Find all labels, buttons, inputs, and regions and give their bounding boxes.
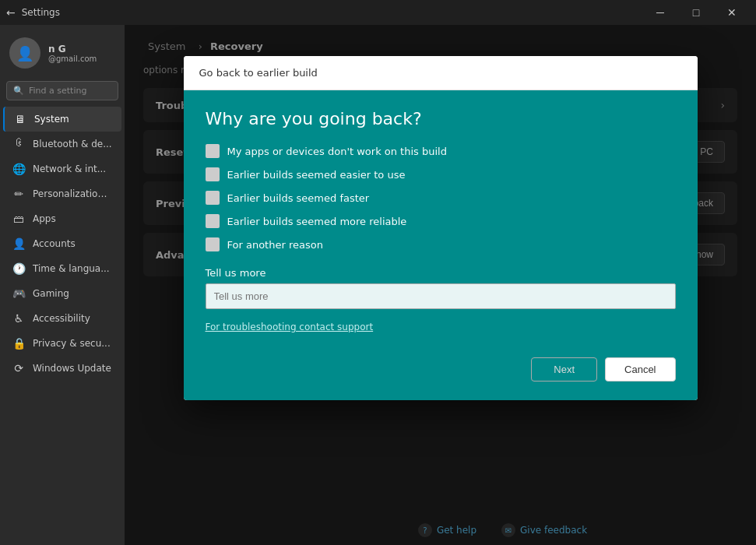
user-name: n G <box>48 44 97 54</box>
main-content: System › Recovery options might Troubles… <box>125 25 756 545</box>
sidebar-item-network[interactable]: 🌐Network & int... <box>3 156 121 181</box>
dialog-overlay: Go back to earlier build Why are you goi… <box>125 25 756 545</box>
checkbox-cb2[interactable] <box>206 167 220 181</box>
checkbox-cb3[interactable] <box>206 191 220 205</box>
apps-icon: 🗃 <box>12 213 25 225</box>
sidebar-label-windowsupdate: Windows Update <box>33 363 111 374</box>
time-icon: 🕐 <box>12 262 25 275</box>
checkbox-cb4[interactable] <box>206 214 220 228</box>
avatar: 👤 <box>9 37 40 69</box>
sidebar-label-network: Network & int... <box>33 164 106 174</box>
sidebar-item-personalization[interactable]: ✏Personalization... <box>3 181 121 206</box>
user-email: @gmail.com <box>48 54 97 63</box>
support-link[interactable]: For troubleshooting contact support <box>206 322 374 332</box>
sidebar-label-accessibility: Accessibility <box>33 313 90 324</box>
app-body: 👤 n G @gmail.com 🔍 Find a setting 🖥Syste… <box>0 25 756 545</box>
network-icon: 🌐 <box>12 163 25 175</box>
sidebar-item-apps[interactable]: 🗃Apps <box>3 206 121 231</box>
checkbox-label-cb5: For another reason <box>227 239 323 251</box>
sidebar-label-personalization: Personalization... <box>33 188 112 199</box>
search-label: Find a setting <box>29 86 86 96</box>
accounts-icon: 👤 <box>12 237 25 250</box>
sidebar-item-gaming[interactable]: 🎮Gaming <box>3 281 121 306</box>
search-box[interactable]: 🔍 Find a setting <box>6 81 118 100</box>
checkbox-item-cb1[interactable]: My apps or devices don't work on this bu… <box>206 144 676 158</box>
app-title: Settings <box>22 7 60 18</box>
next-button[interactable]: Next <box>531 357 597 382</box>
maximize-button[interactable]: □ <box>678 0 714 25</box>
title-bar-controls: ─ □ ✕ <box>642 0 750 25</box>
checkbox-item-cb2[interactable]: Earlier builds seemed easier to use <box>206 167 676 181</box>
checkbox-list: My apps or devices don't work on this bu… <box>206 144 676 251</box>
sidebar-label-time: Time & langua... <box>33 263 110 274</box>
accessibility-icon: ♿ <box>12 312 25 325</box>
privacy-icon: 🔒 <box>12 337 25 350</box>
sidebar-item-system[interactable]: 🖥System <box>3 107 121 132</box>
sidebar-label-system: System <box>34 114 69 125</box>
dialog-title: Why are you going back? <box>206 109 676 128</box>
checkbox-item-cb4[interactable]: Earlier builds seemed more reliable <box>206 214 676 228</box>
sidebar: 👤 n G @gmail.com 🔍 Find a setting 🖥Syste… <box>0 25 125 545</box>
sidebar-item-time[interactable]: 🕐Time & langua... <box>3 256 121 281</box>
sidebar-label-apps: Apps <box>33 213 56 224</box>
checkbox-item-cb3[interactable]: Earlier builds seemed faster <box>206 191 676 205</box>
sidebar-item-windowsupdate[interactable]: ⟳Windows Update <box>3 356 121 381</box>
checkbox-cb5[interactable] <box>206 237 220 251</box>
checkbox-item-cb5[interactable]: For another reason <box>206 237 676 251</box>
checkbox-label-cb1: My apps or devices don't work on this bu… <box>227 146 447 157</box>
minimize-button[interactable]: ─ <box>642 0 678 25</box>
sidebar-label-accounts: Accounts <box>33 238 76 249</box>
search-icon: 🔍 <box>13 86 24 96</box>
tell-us-input[interactable] <box>206 283 676 309</box>
sidebar-label-bluetooth: Bluetooth & de... <box>33 139 112 149</box>
cancel-button[interactable]: Cancel <box>605 357 675 382</box>
dialog-header: Go back to earlier build <box>184 56 698 90</box>
close-button[interactable]: ✕ <box>714 0 750 25</box>
gaming-icon: 🎮 <box>12 287 25 300</box>
sidebar-item-privacy[interactable]: 🔒Privacy & secu... <box>3 331 121 356</box>
sidebar-label-gaming: Gaming <box>33 288 69 299</box>
personalization-icon: ✏ <box>12 188 25 200</box>
dialog-body: Why are you going back? My apps or devic… <box>184 90 698 400</box>
windowsupdate-icon: ⟳ <box>12 362 25 374</box>
dialog: Go back to earlier build Why are you goi… <box>184 56 698 400</box>
user-section[interactable]: 👤 n G @gmail.com <box>0 31 125 78</box>
dialog-footer: Next Cancel <box>206 357 676 382</box>
dialog-header-title: Go back to earlier build <box>199 67 318 79</box>
user-info: n G @gmail.com <box>48 44 97 63</box>
title-bar-left: ← Settings <box>6 6 60 19</box>
checkbox-cb1[interactable] <box>206 144 220 158</box>
nav-list: 🖥System᪆Bluetooth & de...🌐Network & int.… <box>0 107 125 381</box>
back-icon[interactable]: ← <box>6 6 16 19</box>
bluetooth-icon: ᪆ <box>12 138 25 150</box>
checkbox-label-cb4: Earlier builds seemed more reliable <box>227 216 407 227</box>
system-icon: 🖥 <box>14 113 26 125</box>
sidebar-label-privacy: Privacy & secu... <box>33 338 111 349</box>
sidebar-item-accounts[interactable]: 👤Accounts <box>3 231 121 256</box>
tell-us-label: Tell us more <box>206 267 676 279</box>
title-bar: ← Settings ─ □ ✕ <box>0 0 756 25</box>
checkbox-label-cb3: Earlier builds seemed faster <box>227 192 370 204</box>
checkbox-label-cb2: Earlier builds seemed easier to use <box>227 169 406 181</box>
sidebar-item-bluetooth[interactable]: ᪆Bluetooth & de... <box>3 132 121 156</box>
sidebar-item-accessibility[interactable]: ♿Accessibility <box>3 306 121 331</box>
